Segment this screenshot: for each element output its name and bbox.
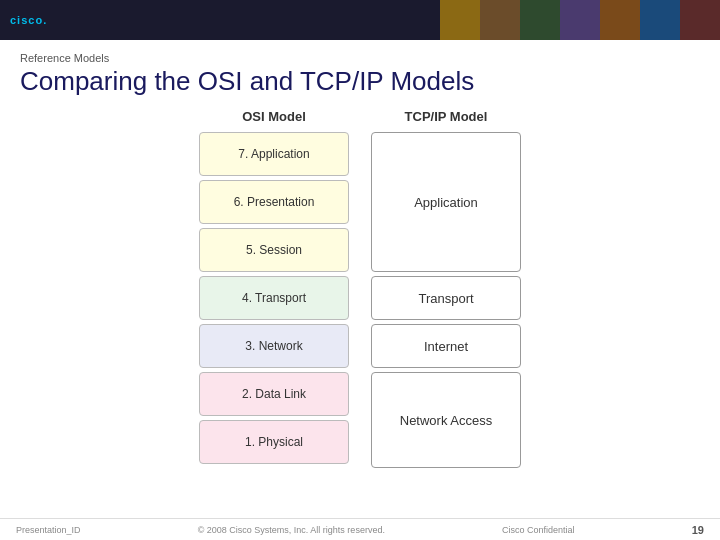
footer: Presentation_ID © 2008 Cisco Systems, In… — [0, 518, 720, 540]
tcpip-network-access-layer: Network Access — [371, 372, 521, 468]
footer-presentation-id: Presentation_ID — [16, 525, 81, 535]
reference-models-label: Reference Models — [20, 52, 700, 64]
main-content: Reference Models Comparing the OSI and T… — [0, 40, 720, 476]
banner-photo-7 — [680, 0, 720, 40]
banner-photo-4 — [560, 0, 600, 40]
diagram-inner: OSI Model 7. Application 6. Presentation… — [194, 109, 526, 468]
osi-layer-1: 1. Physical — [199, 420, 349, 464]
banner-photos — [440, 0, 720, 40]
banner-photo-5 — [600, 0, 640, 40]
footer-confidentiality: Cisco Confidential — [502, 525, 575, 535]
tcpip-transport-layer: Transport — [371, 276, 521, 320]
banner-photo-6 — [640, 0, 680, 40]
osi-layer-5: 5. Session — [199, 228, 349, 272]
banner-photo-3 — [520, 0, 560, 40]
osi-layer-7: 7. Application — [199, 132, 349, 176]
banner-photo-2 — [480, 0, 520, 40]
tcpip-application-layer: Application — [371, 132, 521, 272]
osi-layer-2: 2. Data Link — [199, 372, 349, 416]
header-banner: cisco. — [0, 0, 720, 40]
tcpip-model-header: TCP/IP Model — [405, 109, 488, 124]
page-title: Comparing the OSI and TCP/IP Models — [20, 66, 700, 97]
footer-copyright: © 2008 Cisco Systems, Inc. All rights re… — [198, 525, 385, 535]
tcpip-internet-layer: Internet — [371, 324, 521, 368]
osi-layer-4: 4. Transport — [199, 276, 349, 320]
diagram: OSI Model 7. Application 6. Presentation… — [20, 109, 700, 468]
osi-layer-6: 6. Presentation — [199, 180, 349, 224]
tcpip-model-column: TCP/IP Model Application Transport Inter… — [366, 109, 526, 468]
footer-page-number: 19 — [692, 524, 704, 536]
banner-photo-1 — [440, 0, 480, 40]
osi-layer-3: 3. Network — [199, 324, 349, 368]
cisco-logo: cisco. — [10, 14, 47, 26]
osi-model-header: OSI Model — [242, 109, 306, 124]
osi-model-column: OSI Model 7. Application 6. Presentation… — [194, 109, 354, 468]
